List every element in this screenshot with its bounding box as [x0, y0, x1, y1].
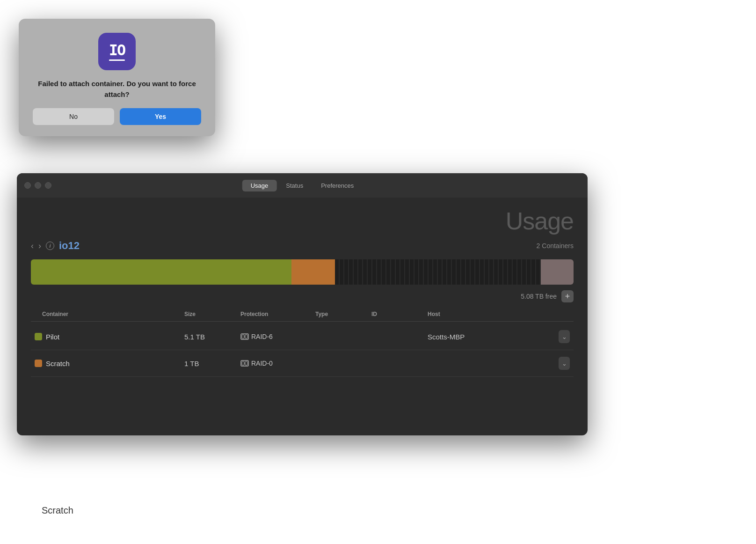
alert-buttons: No Yes [33, 108, 201, 125]
containers-count: 2 Containers [537, 242, 574, 250]
alert-dialog: IO Failed to attach container. Do you wa… [19, 19, 215, 136]
svg-rect-4 [242, 361, 244, 365]
cell-protection-pilot: RAID-6 [237, 333, 312, 340]
free-space-row: 5.08 TB free + [31, 290, 574, 302]
col-header-actions [555, 311, 574, 317]
tab-usage[interactable]: Usage [242, 180, 277, 191]
protection-icon-scratch: RAID-0 [240, 360, 273, 367]
no-button[interactable]: No [33, 108, 114, 125]
yes-button[interactable]: Yes [120, 108, 201, 125]
row-label-pilot: Pilot [46, 333, 59, 341]
cell-protection-scratch: RAID-0 [237, 360, 312, 367]
bar-segment-green [31, 259, 291, 285]
free-space-text: 5.08 TB free [521, 293, 557, 300]
raid-icon-pilot [240, 333, 249, 340]
col-header-protection: Protection [237, 311, 312, 317]
table-row: Pilot 5.1 TB RAID-6 Scotts-MBP ⌄ [31, 323, 574, 350]
alert-message: Failed to attach container. Do you want … [33, 79, 201, 100]
cell-size-pilot: 5.1 TB [181, 333, 237, 341]
minimize-button[interactable] [35, 182, 41, 189]
traffic-lights [24, 182, 51, 189]
nav-left: ‹ › i io12 [31, 240, 80, 252]
col-header-host: Host [424, 311, 555, 317]
add-container-button[interactable]: + [561, 290, 574, 302]
bar-segment-free [335, 259, 541, 285]
device-label: io12 [59, 240, 80, 252]
maximize-button[interactable] [45, 182, 51, 189]
row-checkbox-pilot[interactable] [35, 333, 42, 340]
row-label-scratch: Scratch [46, 360, 70, 368]
tab-bar: Usage Status Preferences [242, 180, 363, 191]
cell-host-pilot: Scotts-MBP [424, 333, 555, 341]
nav-forward-button[interactable]: › [38, 242, 41, 250]
table-header: Container Size Protection Type ID Host [31, 311, 574, 322]
col-header-size: Size [181, 311, 237, 317]
app-window: Usage Status Preferences Usage ‹ › i io1… [17, 173, 588, 435]
col-header-id: ID [368, 311, 424, 317]
expand-scratch-button[interactable]: ⌄ [559, 357, 570, 370]
cell-actions-scratch: ⌄ [555, 357, 574, 370]
tab-status[interactable]: Status [277, 180, 312, 191]
nav-row: ‹ › i io12 2 Containers [31, 240, 574, 252]
bar-segment-mauve [541, 259, 574, 285]
svg-rect-2 [245, 335, 247, 338]
app-content: Usage ‹ › i io12 2 Containers 5.08 TB fr… [17, 198, 588, 386]
col-header-type: Type [312, 311, 368, 317]
table-row: Scratch 1 TB RAID-0 ⌄ [31, 350, 574, 377]
title-bar: Usage Status Preferences [17, 173, 588, 198]
cell-actions-pilot: ⌄ [555, 330, 574, 343]
svg-rect-1 [242, 335, 244, 338]
cell-name-scratch: Scratch [31, 360, 181, 368]
usage-heading: Usage [31, 207, 574, 235]
row-checkbox-scratch[interactable] [35, 360, 42, 367]
cell-name-pilot: Pilot [31, 333, 181, 341]
dock-scratch-label: Scratch [42, 505, 73, 516]
raid-icon-scratch [240, 360, 249, 367]
app-icon-underline [109, 59, 125, 61]
tab-preferences[interactable]: Preferences [313, 180, 362, 191]
expand-pilot-button[interactable]: ⌄ [559, 330, 570, 343]
svg-rect-5 [245, 361, 247, 365]
nav-back-button[interactable]: ‹ [31, 242, 34, 250]
bar-segment-orange [291, 259, 335, 285]
protection-icon-pilot: RAID-6 [240, 333, 273, 340]
storage-bar [31, 259, 574, 285]
col-header-container: Container [31, 311, 181, 317]
cell-size-scratch: 1 TB [181, 360, 237, 368]
close-button[interactable] [24, 182, 31, 189]
app-icon-text: IO [109, 43, 125, 58]
app-icon: IO [98, 33, 136, 70]
info-icon[interactable]: i [46, 242, 54, 250]
